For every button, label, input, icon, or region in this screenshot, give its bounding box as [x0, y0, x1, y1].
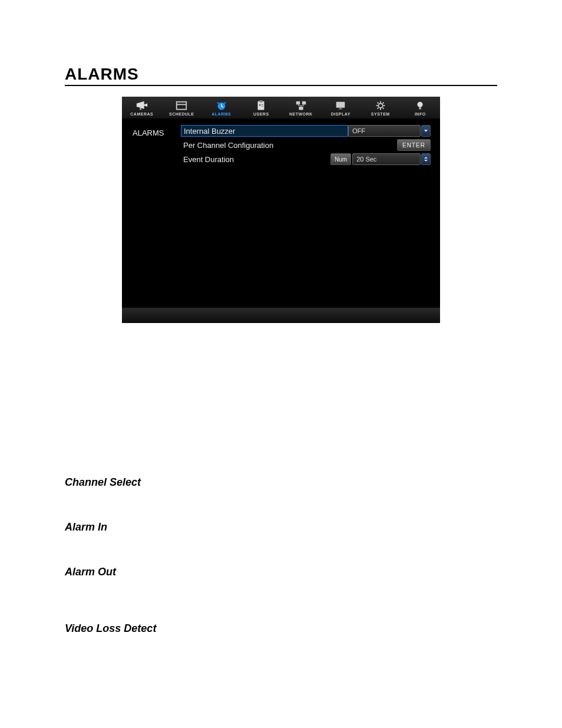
monitor-icon: [334, 100, 347, 111]
section-alarm-in: Alarm In: [65, 521, 497, 533]
tab-label: INFO: [415, 112, 426, 116]
num-button[interactable]: Num: [330, 153, 351, 165]
per-channel-label: Per Channel Configuration: [181, 141, 348, 150]
svg-rect-14: [339, 109, 343, 110]
svg-rect-5: [259, 100, 262, 103]
tab-label: CAMERAS: [130, 112, 153, 116]
calendar-icon: [175, 100, 188, 111]
internal-buzzer-value[interactable]: OFF: [348, 125, 421, 137]
svg-rect-0: [140, 108, 141, 110]
tab-info[interactable]: INFO: [401, 97, 441, 118]
tab-system[interactable]: SYSTEM: [361, 97, 401, 118]
svg-rect-11: [299, 107, 303, 110]
tab-cameras[interactable]: CAMERAS: [122, 97, 162, 118]
section-alarm-out: Alarm Out: [65, 566, 497, 578]
svg-line-21: [382, 108, 384, 109]
svg-rect-13: [339, 108, 342, 109]
camera-icon: [135, 100, 148, 111]
tab-users[interactable]: USERS: [242, 97, 282, 118]
row-event-duration: Event Duration Num 20 Sec: [181, 153, 431, 165]
tab-label: SYSTEM: [371, 112, 390, 116]
page-title-bar: ALARMS: [65, 65, 497, 86]
svg-line-20: [377, 103, 378, 104]
event-duration-value[interactable]: 20 Sec: [352, 153, 421, 165]
side-category-label: ALARMS: [122, 119, 181, 308]
svg-rect-25: [419, 107, 421, 110]
svg-rect-9: [296, 101, 299, 104]
network-icon: [295, 100, 308, 111]
tab-network[interactable]: NETWORK: [281, 97, 321, 118]
svg-point-15: [378, 104, 382, 108]
section-video-loss-detect: Video Loss Detect: [65, 622, 497, 635]
tab-schedule[interactable]: SCHEDULE: [162, 97, 202, 118]
footer-strip: [122, 308, 440, 323]
tab-display[interactable]: DISPLAY: [321, 97, 361, 118]
tab-label: USERS: [253, 112, 269, 116]
tab-label: DISPLAY: [331, 112, 351, 116]
enter-button[interactable]: ENTER: [397, 139, 431, 151]
page-title: ALARMS: [65, 65, 497, 84]
tab-bar: CAMERAS SCHEDULE ALARMS USERS: [122, 97, 440, 119]
row-internal-buzzer[interactable]: Internal Buzzer OFF: [181, 125, 431, 137]
svg-line-22: [382, 103, 384, 104]
svg-rect-1: [177, 102, 186, 110]
internal-buzzer-label: Internal Buzzer: [181, 125, 348, 137]
svg-point-24: [418, 102, 423, 107]
dropdown-icon[interactable]: [421, 125, 431, 137]
bulb-icon: [414, 100, 427, 111]
alarm-clock-icon: [215, 100, 228, 111]
svg-rect-4: [258, 101, 265, 110]
svg-rect-10: [302, 101, 306, 104]
device-screenshot: CAMERAS SCHEDULE ALARMS USERS: [122, 97, 440, 323]
spinner-icon[interactable]: [421, 153, 431, 165]
svg-line-23: [377, 108, 378, 109]
tab-label: SCHEDULE: [169, 112, 194, 116]
gear-icon: [374, 100, 387, 111]
section-channel-select: Channel Select: [65, 476, 497, 489]
event-duration-label: Event Duration: [181, 155, 330, 164]
svg-rect-12: [336, 102, 345, 108]
clipboard-user-icon: [254, 100, 267, 111]
tab-alarms[interactable]: ALARMS: [201, 97, 242, 118]
tab-label: ALARMS: [211, 112, 231, 116]
tab-label: NETWORK: [289, 112, 313, 116]
svg-point-6: [259, 104, 261, 106]
row-per-channel: Per Channel Configuration ENTER: [181, 139, 431, 151]
